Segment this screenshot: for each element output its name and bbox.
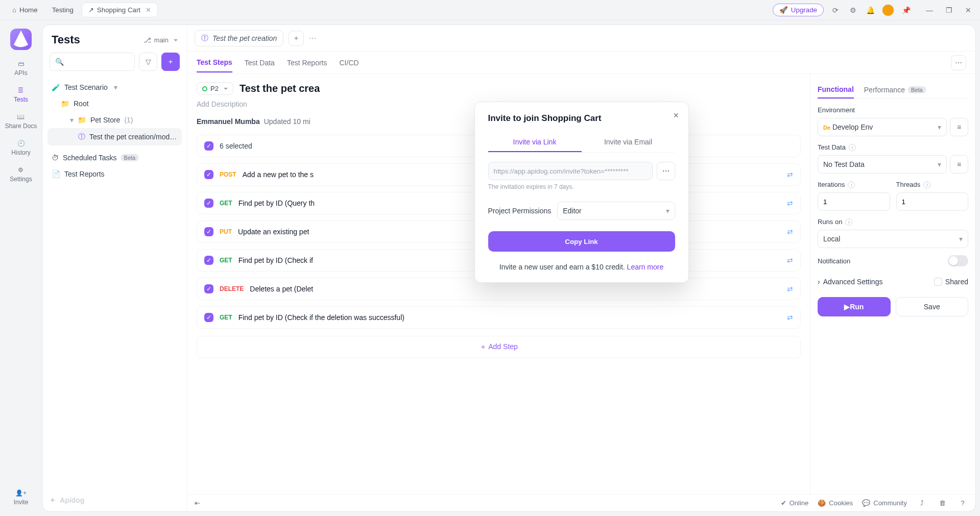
priority-dot-icon: [202, 86, 207, 91]
subtab-cicd[interactable]: CI/CD: [340, 54, 359, 72]
save-button[interactable]: Save: [896, 297, 969, 316]
tree-scenario-item[interactable]: Ⓣ Test the pet creation/modific: [47, 128, 182, 145]
priority-selector[interactable]: P2: [197, 82, 233, 95]
trash-icon[interactable]: 🗑: [937, 498, 948, 509]
upgrade-button[interactable]: 🚀 Upgrade: [773, 4, 824, 16]
file-tab[interactable]: Ⓣ Test the pet creation: [195, 30, 283, 46]
checkbox-checked-icon[interactable]: ✓: [204, 284, 213, 293]
checkbox-checked-icon[interactable]: ✓: [204, 170, 213, 179]
http-method: GET: [220, 200, 232, 207]
info-icon[interactable]: i: [923, 181, 930, 188]
modal-tab-link[interactable]: Invite via Link: [488, 133, 582, 152]
http-method: PUT: [220, 228, 232, 235]
filter-button[interactable]: ▽: [139, 53, 157, 71]
bell-icon[interactable]: 🔔: [865, 5, 876, 16]
pin-icon[interactable]: 📌: [900, 5, 912, 16]
invite-url-input[interactable]: [488, 162, 653, 180]
upload-icon[interactable]: ⤴: [916, 498, 927, 509]
runs-on-select[interactable]: Local ▾: [818, 230, 968, 248]
author-name: Emmanuel Mumba: [197, 117, 260, 126]
invite-modal: Invite to join Shopping Cart ✕ Invite vi…: [474, 102, 689, 283]
iterations-input[interactable]: [818, 192, 890, 211]
refresh-icon[interactable]: ⟳: [830, 5, 841, 16]
checkbox-checked-icon[interactable]: ✓: [204, 227, 213, 236]
subtab-test-data[interactable]: Test Data: [245, 54, 275, 72]
cfg-tab-performance-label: Performance: [864, 86, 905, 94]
info-icon[interactable]: i: [849, 144, 856, 151]
tree-section-scenario-label: Test Scenario: [64, 83, 108, 91]
nav-share-docs[interactable]: 📖 Share Docs: [5, 113, 37, 130]
link-icon[interactable]: ⇄: [787, 199, 793, 207]
checkbox-checked-icon[interactable]: ✓: [204, 199, 213, 208]
help-icon[interactable]: ?: [957, 498, 968, 509]
invite-url-menu[interactable]: ⋯: [657, 162, 675, 180]
checkbox-checked-icon[interactable]: ✓: [204, 141, 213, 151]
close-tab-icon[interactable]: ✕: [146, 6, 151, 14]
modal-close-button[interactable]: ✕: [673, 111, 679, 119]
link-icon[interactable]: ⇄: [787, 170, 793, 179]
status-community[interactable]: 💬Community: [862, 499, 907, 507]
tree-section-scenario[interactable]: 🧪 Test Scenario ▾: [47, 79, 182, 95]
threads-input[interactable]: [896, 192, 969, 211]
http-method: POST: [220, 171, 236, 178]
tree-section-scheduled[interactable]: ⏱ Scheduled Tasks Beta: [47, 150, 182, 166]
maximize-icon[interactable]: ❐: [943, 5, 954, 16]
tree-pet-store[interactable]: ▾ 📁 Pet Store (1): [47, 112, 182, 128]
advanced-settings-toggle[interactable]: › Advanced Settings: [818, 278, 882, 286]
brand-name: Apidog: [60, 496, 84, 504]
branch-selector[interactable]: ⎇ main: [144, 36, 178, 44]
status-online[interactable]: ✔Online: [781, 499, 809, 507]
apis-icon: 🗃: [18, 60, 24, 67]
add-button[interactable]: ＋: [161, 53, 180, 71]
search-input[interactable]: 🔍: [50, 53, 135, 71]
tab-shopping-cart[interactable]: ↗ Shopping Cart ✕: [82, 3, 158, 17]
nav-settings[interactable]: ⚙ Settings: [10, 166, 32, 183]
new-tab-button[interactable]: ＋: [289, 31, 304, 46]
close-window-icon[interactable]: ✕: [963, 5, 974, 16]
tree-section-reports[interactable]: 📄 Test Reports: [47, 166, 182, 182]
link-icon[interactable]: ⇄: [787, 285, 793, 293]
minimize-icon[interactable]: ―: [924, 5, 935, 16]
nav-apis[interactable]: 🗃 APIs: [14, 60, 27, 77]
run-button[interactable]: ▶ Run: [818, 297, 891, 316]
tab-menu-icon[interactable]: ⋯: [309, 34, 316, 42]
cfg-tab-performance[interactable]: Performance Beta: [864, 81, 926, 99]
collapse-sidebar-icon[interactable]: ⇤: [195, 499, 200, 507]
modal-tab-email[interactable]: Invite via Email: [582, 133, 675, 152]
link-icon[interactable]: ⇄: [787, 256, 793, 264]
gear-icon[interactable]: ⚙: [847, 5, 858, 16]
tab-testing[interactable]: Testing: [46, 3, 80, 17]
perm-select[interactable]: Editor ▾: [557, 202, 675, 220]
status-cookies[interactable]: 🍪Cookies: [818, 499, 853, 507]
nav-invite[interactable]: 👤+ Invite: [14, 489, 29, 506]
scenario-icon: 🧪: [52, 83, 60, 91]
env-list-button[interactable]: ≡: [950, 118, 968, 136]
perm-value: Editor: [563, 207, 582, 215]
avatar[interactable]: [882, 4, 894, 16]
nav-apis-label: APIs: [14, 69, 27, 77]
checkbox-checked-icon[interactable]: ✓: [204, 313, 213, 322]
shared-checkbox[interactable]: [934, 278, 942, 286]
notification-toggle[interactable]: [948, 255, 968, 266]
subtab-more-button[interactable]: ⋯: [951, 55, 966, 70]
step-row[interactable]: ✓GETFind pet by ID (Check if the deletio…: [197, 306, 801, 329]
scenario-title[interactable]: Test the pet crea: [240, 83, 320, 94]
learn-more-link[interactable]: Learn more: [627, 263, 664, 271]
link-icon[interactable]: ⇄: [787, 313, 793, 322]
copy-link-button[interactable]: Copy Link: [488, 231, 675, 252]
add-step-button[interactable]: ＋ Add Step: [197, 336, 801, 358]
test-data-select[interactable]: No Test Data ▾: [818, 155, 947, 174]
info-icon[interactable]: i: [848, 181, 855, 188]
link-icon[interactable]: ⇄: [787, 228, 793, 236]
tree-root[interactable]: 📁 Root: [47, 95, 182, 112]
nav-tests[interactable]: ☰ Tests: [14, 87, 28, 103]
env-select[interactable]: De Develop Env ▾: [818, 118, 947, 136]
nav-history[interactable]: 🕘 History: [11, 140, 30, 156]
test-data-list-button[interactable]: ≡: [950, 155, 968, 174]
tab-home[interactable]: ⌂ Home: [6, 3, 44, 17]
cfg-tab-functional[interactable]: Functional: [818, 81, 854, 99]
checkbox-checked-icon[interactable]: ✓: [204, 256, 213, 265]
subtab-test-reports[interactable]: Test Reports: [287, 54, 327, 72]
info-icon[interactable]: i: [845, 218, 852, 226]
subtab-test-steps[interactable]: Test Steps: [197, 53, 232, 72]
